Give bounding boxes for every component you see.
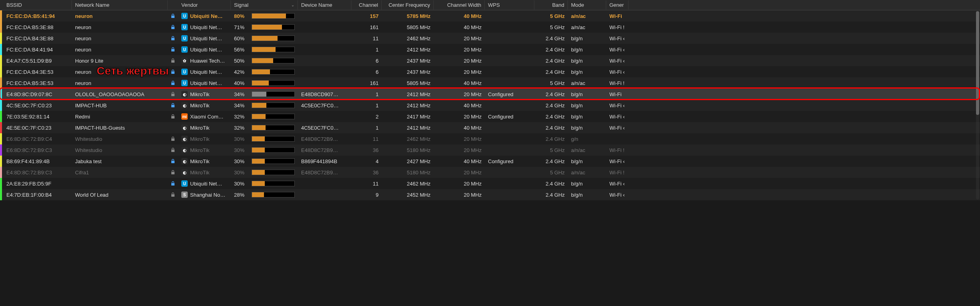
band-cell: 5 GHz xyxy=(534,168,568,177)
generation-cell: Wi-Fi ‹ xyxy=(606,190,629,199)
signal-bar xyxy=(252,69,295,75)
table-row[interactable]: E4:8D:8C:72:B9:C3 Cifra1 ◐MikroTik 30% E… xyxy=(0,167,980,178)
channel-cell: 11 xyxy=(351,34,382,43)
lock-icon xyxy=(171,148,175,152)
channel-cell: 11 xyxy=(351,179,382,188)
vendor-cell: ◐MikroTik xyxy=(178,89,231,99)
table-row[interactable]: E4:8D:8C:D9:07:8C OLOLOL_OAOOAOAOAOOA ◐M… xyxy=(0,89,980,100)
channel-cell: 36 xyxy=(351,168,382,177)
color-stripe xyxy=(0,156,3,167)
generation-cell: Wi-Fi ‹ xyxy=(606,67,629,77)
generation-cell: Wi-Fi ‹ xyxy=(606,101,629,110)
table-row[interactable]: E6:8D:8C:72:B9:C3 Whitestudio ◐MikroTik … xyxy=(0,144,980,156)
network-name-cell: Whitestudio xyxy=(72,134,168,144)
scrollbar[interactable] xyxy=(976,11,979,199)
color-stripe xyxy=(0,178,3,189)
table-row[interactable]: FC:EC:DA:B4:3E:53 neuron UUbiquiti Net… … xyxy=(0,66,980,77)
lock-icon xyxy=(171,36,175,41)
signal-cell: 28% xyxy=(231,190,298,199)
bssid-cell: E4:8D:8C:D9:07:8C xyxy=(3,90,72,99)
signal-cell: 32% xyxy=(231,123,298,132)
header-wps[interactable]: WPS xyxy=(485,0,534,10)
header-bssid[interactable]: BSSID xyxy=(3,0,72,10)
ubiquiti-vendor-icon: U xyxy=(181,180,188,187)
table-row[interactable]: B8:69:F4:41:89:4B Jabuka test ◐MikroTik … xyxy=(0,156,980,167)
network-name-cell: neuron xyxy=(72,23,168,32)
wps-cell xyxy=(485,59,534,62)
wps-cell xyxy=(485,137,534,140)
vendor-cell: ◐MikroTik xyxy=(178,123,231,132)
bssid-cell: E6:8D:8C:72:B9:C4 xyxy=(3,134,72,144)
security-cell xyxy=(168,81,178,85)
wps-cell: Configured xyxy=(485,157,534,166)
table-row[interactable]: FC:EC:DA:B4:41:94 neuron UUbiquiti Net… … xyxy=(0,44,980,55)
lock-icon xyxy=(171,159,175,164)
color-stripe xyxy=(0,167,3,178)
table-row[interactable]: FC:EC:DA:B5:41:94 neuron UUbiquiti Ne… 8… xyxy=(0,10,980,22)
lock-icon xyxy=(171,69,175,74)
ubiquiti-vendor-icon: U xyxy=(181,13,188,19)
table-row[interactable]: 4E:5E:0C:7F:C0:23 IMPACT-HUB-Guests ◐Mik… xyxy=(0,122,980,133)
header-mode[interactable]: Mode xyxy=(568,0,606,10)
channel-width-cell: 20 MHz xyxy=(434,134,485,144)
mode-cell: a/n/ac xyxy=(568,23,606,32)
band-cell: 2.4 GHz xyxy=(534,134,568,144)
channel-width-cell: 20 MHz xyxy=(434,56,485,65)
device-name-cell: 4C5E0C7FC0… xyxy=(298,123,351,132)
bssid-cell: 2A:E8:29:FB:D5:9F xyxy=(3,179,72,188)
header-center-frequency[interactable]: Center Frequency xyxy=(382,0,434,10)
scrollbar-thumb[interactable] xyxy=(976,11,979,115)
wps-cell xyxy=(485,70,534,73)
network-name-cell: neuron xyxy=(72,12,168,21)
header-vendor[interactable]: Vendor xyxy=(178,0,231,10)
signal-cell: 30% xyxy=(231,134,298,144)
table-row[interactable]: FC:EC:DA:B5:3E:88 neuron UUbiquiti Net… … xyxy=(0,22,980,33)
device-name-cell: E48D8CD907… xyxy=(298,90,351,99)
header-network-name[interactable]: Network Name xyxy=(72,0,168,10)
header-generation[interactable]: Gener xyxy=(606,0,629,10)
lock-icon xyxy=(171,47,175,52)
mikrotik-vendor-icon: ◐ xyxy=(181,102,188,109)
table-row[interactable]: E6:8D:8C:72:B9:C4 Whitestudio ◐MikroTik … xyxy=(0,133,980,144)
signal-cell: 34% xyxy=(231,101,298,110)
table-row[interactable]: E4:A7:C5:51:D9:B9 Honor 9 Lite ✿Huawei T… xyxy=(0,55,980,66)
header-channel[interactable]: Channel xyxy=(351,0,382,10)
frequency-cell: 2427 MHz xyxy=(382,157,434,166)
color-stripe xyxy=(0,133,3,144)
mode-cell: a/n/ac xyxy=(568,12,606,21)
channel-width-cell: 20 MHz xyxy=(434,179,485,188)
table-row[interactable]: FC:EC:DA:B4:3E:88 neuron UUbiquiti Net… … xyxy=(0,33,980,44)
vendor-cell: UUbiquiti Net… xyxy=(178,22,231,32)
header-channel-width[interactable]: Channel Width xyxy=(434,0,485,10)
device-name-cell xyxy=(298,182,351,185)
table-row[interactable]: 4C:5E:0C:7F:C0:23 IMPACT-HUB ◐MikroTik 3… xyxy=(0,100,980,111)
table-row[interactable]: 7E:03:5E:92:81:14 Redmi miXiaomi Com… 32… xyxy=(0,111,980,122)
header-device-name[interactable]: Device Name xyxy=(298,0,351,10)
network-name-cell: neuron xyxy=(72,45,168,54)
channel-width-cell: 20 MHz xyxy=(434,146,485,155)
channel-width-cell: 40 MHz xyxy=(434,23,485,32)
device-name-cell: E48D8C72B9… xyxy=(298,168,351,177)
header-band[interactable]: Band xyxy=(534,0,568,10)
vendor-cell: UUbiquiti Net… xyxy=(178,45,231,54)
channel-cell: 1 xyxy=(351,101,382,110)
signal-bar xyxy=(252,91,295,97)
header-signal[interactable]: Signal ⌄ xyxy=(231,0,298,10)
table-row[interactable]: E4:7D:EB:1F:00:B4 World Of Lead SShangha… xyxy=(0,189,980,200)
mode-cell: b/g/n xyxy=(568,45,606,54)
generation-cell: Wi-Fi ! xyxy=(606,23,629,32)
table-row[interactable]: 2A:E8:29:FB:D5:9F UUbiquiti Net… 30% 11 … xyxy=(0,178,980,189)
wps-cell xyxy=(485,171,534,174)
network-name-cell: IMPACT-HUB xyxy=(72,101,168,110)
band-cell: 5 GHz xyxy=(534,12,568,21)
signal-cell: 40% xyxy=(231,79,298,88)
band-cell: 2.4 GHz xyxy=(534,157,568,166)
table-row[interactable]: FC:EC:DA:B5:3E:53 neuron UUbiquiti Net… … xyxy=(0,77,980,89)
channel-cell: 4 xyxy=(351,157,382,166)
channel-cell: 6 xyxy=(351,56,382,65)
channel-width-cell: 20 MHz xyxy=(434,90,485,99)
generation-cell: Wi-Fi ! xyxy=(606,79,629,88)
device-name-cell xyxy=(298,115,351,118)
network-name-cell: neuron xyxy=(72,34,168,43)
mikrotik-vendor-icon: ◐ xyxy=(181,147,188,153)
